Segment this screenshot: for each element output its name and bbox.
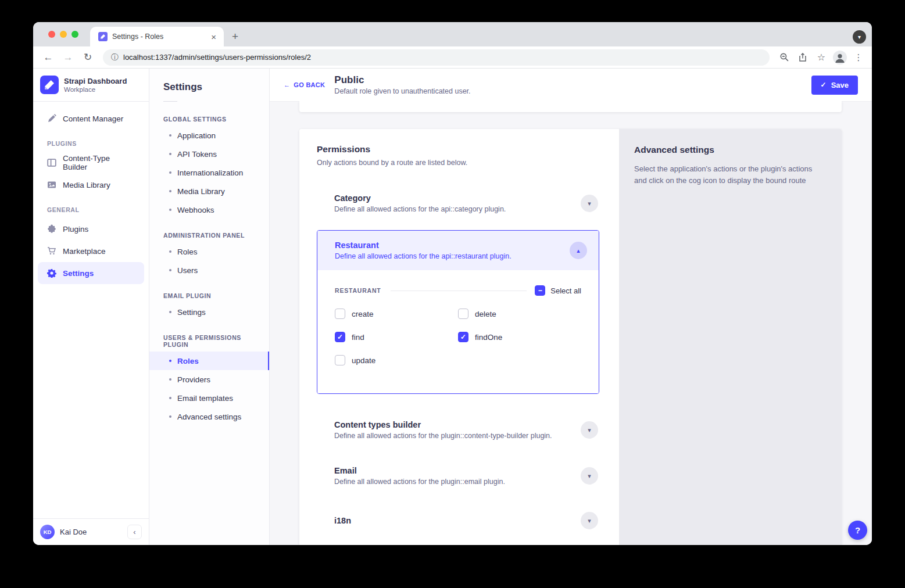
accordion-category[interactable]: Category Define all allowed actions for … <box>317 193 599 213</box>
checkbox-icon[interactable] <box>335 355 345 365</box>
subnav-item-advanced-settings[interactable]: Advanced settings <box>149 407 269 426</box>
expand-button[interactable]: ▾ <box>581 195 598 212</box>
profile-avatar-icon[interactable] <box>832 51 847 64</box>
subnav-item-label: Application <box>177 131 216 140</box>
restaurant-group-header: RESTAURANT − Select all <box>335 285 581 296</box>
bookmark-star-icon[interactable]: ☆ <box>814 51 829 64</box>
accordion-i18n[interactable]: i18n ▾ <box>317 512 599 529</box>
sidebar-item-label: Plugins <box>63 225 88 234</box>
accordion-email[interactable]: Email Define all allowed actions for the… <box>317 466 599 486</box>
checkbox-icon[interactable] <box>335 309 345 319</box>
collapse-button[interactable]: ▴ <box>570 242 587 259</box>
new-tab-button[interactable]: + <box>232 30 238 43</box>
expand-button[interactable]: ▾ <box>581 512 598 529</box>
strapi-favicon-icon <box>98 32 108 41</box>
bullet-icon <box>169 153 171 155</box>
workspace-brand[interactable]: Strapi Dashboard Workplace <box>33 69 149 102</box>
address-bar[interactable]: ⓘ localhost:1337/admin/settings/users-pe… <box>103 49 770 66</box>
subnav-item-media-library[interactable]: Media Library <box>149 182 269 200</box>
go-back-link[interactable]: ← GO BACK <box>284 81 325 88</box>
browser-menu-icon[interactable]: ⋮ <box>851 51 866 64</box>
main-sidebar: Strapi Dashboard Workplace Content Manag… <box>33 69 149 545</box>
help-button[interactable]: ? <box>848 521 867 540</box>
zoom-icon[interactable] <box>777 51 792 64</box>
back-button[interactable]: ← <box>40 52 56 63</box>
site-info-icon[interactable]: ⓘ <box>111 52 119 63</box>
bullet-icon <box>169 250 171 253</box>
subnav-item-email-templates[interactable]: Email templates <box>149 389 269 407</box>
sidebar-item-content-manager[interactable]: Content Manager <box>38 107 144 130</box>
sidebar-item-plugins[interactable]: Plugins <box>38 218 144 240</box>
url-text[interactable]: localhost:1337/admin/settings/users-perm… <box>123 53 311 62</box>
permission-checkbox-find[interactable]: ✓ find <box>335 332 458 342</box>
subnav-item-roles[interactable]: Roles <box>149 352 269 370</box>
close-window-button[interactable] <box>48 31 55 38</box>
expand-button[interactable]: ▾ <box>581 421 598 439</box>
bullet-icon <box>169 311 171 313</box>
subnav-item-label: Internationalization <box>177 168 243 177</box>
reload-button[interactable]: ↻ <box>80 51 96 63</box>
permission-checkbox-delete[interactable]: delete <box>458 309 581 319</box>
tab-search-button[interactable]: ▾ <box>853 30 866 44</box>
bullet-icon <box>169 397 171 399</box>
expand-button[interactable]: ▾ <box>581 467 598 485</box>
tab-close-icon[interactable]: × <box>209 32 218 42</box>
subnav-item-admin-roles[interactable]: Roles <box>149 242 269 261</box>
permission-checkbox-findone[interactable]: ✓ findOne <box>458 332 581 342</box>
permission-checkbox-create[interactable]: create <box>335 309 458 319</box>
tab-title: Settings - Roles <box>112 33 205 41</box>
select-all-checkbox[interactable]: − <box>535 285 545 296</box>
browser-tab[interactable]: Settings - Roles × <box>90 27 224 46</box>
strapi-app: Strapi Dashboard Workplace Content Manag… <box>33 69 872 545</box>
sidebar-item-marketplace[interactable]: Marketplace <box>38 240 144 262</box>
subnav-item-label: API Tokens <box>177 150 217 159</box>
browser-toolbar: ← → ↻ ⓘ localhost:1337/admin/settings/us… <box>33 46 872 69</box>
subnav-item-label: Email templates <box>177 394 233 403</box>
caret-down-icon: ▾ <box>588 200 591 207</box>
subnav-item-label: Users <box>177 266 198 275</box>
accordion-restaurant-expanded: Restaurant Define all allowed actions fo… <box>317 230 599 394</box>
accordion-title: Category <box>334 193 581 203</box>
accordion-restaurant-header[interactable]: Restaurant Define all allowed actions fo… <box>317 231 599 270</box>
question-mark-icon: ? <box>855 525 860 535</box>
sidebar-item-media-library[interactable]: Media Library <box>38 174 144 196</box>
save-button[interactable]: ✓ Save <box>811 76 858 95</box>
checkbox-checked-icon[interactable]: ✓ <box>335 332 345 342</box>
window-controls[interactable] <box>48 31 78 38</box>
check-icon: ✓ <box>821 81 827 89</box>
subnav-item-email-settings[interactable]: Settings <box>149 303 269 321</box>
share-icon[interactable] <box>795 51 810 64</box>
advanced-settings-description: Select the application's actions or the … <box>634 163 826 187</box>
advanced-settings-title: Advanced settings <box>634 145 827 155</box>
subnav-item-internationalization[interactable]: Internationalization <box>149 163 269 182</box>
subnav-title: Settings <box>149 69 269 93</box>
subnav-item-label: Webhooks <box>177 206 214 214</box>
workspace-name: Workplace <box>64 86 127 93</box>
collapse-sidebar-button[interactable]: ‹ <box>127 525 142 539</box>
accordion-description: Define all allowed actions for the api::… <box>334 205 581 213</box>
subnav-item-providers[interactable]: Providers <box>149 370 269 389</box>
subnav-item-admin-users[interactable]: Users <box>149 261 269 279</box>
accordion-content-types-builder[interactable]: Content types builder Define all allowed… <box>317 420 599 440</box>
permissions-panel: Permissions Only actions bound by a rout… <box>299 129 619 545</box>
sidebar-item-label: Settings <box>63 269 94 278</box>
bullet-icon <box>169 269 171 271</box>
sidebar-section-general: GENERAL <box>38 196 144 218</box>
subnav-item-api-tokens[interactable]: API Tokens <box>149 145 269 163</box>
forward-button[interactable]: → <box>60 52 76 63</box>
zoom-window-button[interactable] <box>71 31 78 38</box>
sidebar-item-content-type-builder[interactable]: Content-Type Builder <box>38 152 144 174</box>
minimize-window-button[interactable] <box>60 31 67 38</box>
avatar[interactable]: KD <box>40 525 55 539</box>
subnav-item-webhooks[interactable]: Webhooks <box>149 200 269 219</box>
sidebar-section-plugins: PLUGINS <box>38 130 144 152</box>
subnav-section-users-permissions: USERS & PERMISSIONS PLUGIN <box>149 321 269 352</box>
sidebar-item-settings[interactable]: Settings <box>38 262 144 284</box>
accordion-description: Define all allowed actions for the api::… <box>335 252 570 260</box>
subnav-item-application[interactable]: Application <box>149 126 269 145</box>
permission-checkbox-update[interactable]: update <box>335 355 458 365</box>
checkbox-checked-icon[interactable]: ✓ <box>458 332 468 342</box>
checkbox-icon[interactable] <box>458 309 468 319</box>
select-all-control[interactable]: − Select all <box>535 285 581 296</box>
back-arrow-icon: ← <box>284 81 290 88</box>
